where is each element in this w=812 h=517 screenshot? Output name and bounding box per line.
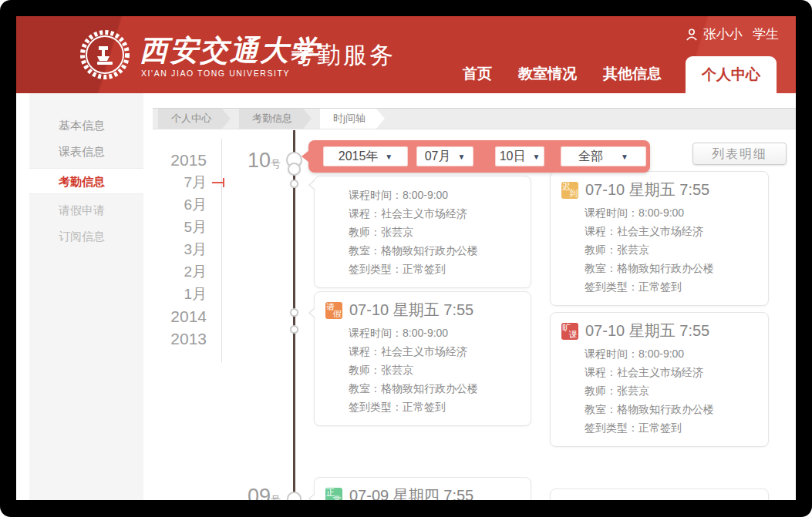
- badge-char: 常: [333, 495, 342, 501]
- card-connector: [310, 307, 316, 318]
- sidebar-item-考勤信息[interactable]: 考勤信息: [29, 168, 143, 194]
- yearnav-item-2013[interactable]: 2013: [157, 327, 216, 350]
- yearnav-item-6月[interactable]: 6月: [157, 193, 216, 216]
- filter-dropdown-2015年[interactable]: 2015年▼: [323, 146, 408, 166]
- card-detail-line: 教师：张芸京: [349, 223, 520, 241]
- year-nav-rule: [221, 139, 222, 362]
- breadcrumb-item[interactable]: 时j间轴: [320, 109, 385, 129]
- dropdown-value: 10日: [500, 149, 526, 165]
- badge-char: 假: [333, 310, 342, 318]
- card-detail-line: 课程时间：8:00-9:00: [349, 324, 520, 342]
- person-icon: [686, 29, 698, 41]
- nav-item-个人中心[interactable]: 个人中心: [686, 56, 777, 93]
- card-detail-line: 签到类型：正常签到: [585, 277, 757, 296]
- yearnav-item-2月[interactable]: 2月: [157, 260, 216, 283]
- timeline-node[interactable]: [288, 163, 301, 176]
- yearnav-item-2015[interactable]: 2015: [157, 149, 216, 171]
- nav-item-其他信息[interactable]: 其他信息: [590, 64, 675, 93]
- attendance-card[interactable]: 迟到07-10 星期五 7:55课程时间：8:00-9:00课程：社会主义市场经…: [550, 171, 769, 306]
- current-month-tick: [223, 178, 224, 187]
- card-title: 07-09 星期四 7:55: [349, 485, 473, 500]
- card-detail-line: 签到类型：正常签到: [349, 398, 520, 416]
- timeline-node[interactable]: [290, 325, 298, 334]
- day-label-10: 10号: [248, 149, 280, 173]
- breadcrumb-item[interactable]: 个人中心: [158, 109, 231, 129]
- card-detail-lines: 课程时间：8:00-9:00课程：社会主义市场经济教师：张芸京教室：格物致知行政…: [561, 203, 757, 296]
- filter-bar: 2015年▼07月▼10日▼全部▼: [308, 140, 650, 173]
- user-info[interactable]: 张小小 学生: [686, 25, 779, 43]
- sidebar-item-请假申请[interactable]: 请假申请: [29, 197, 143, 223]
- attendance-card[interactable]: 请假07-10 星期五 7:55课程时间：8:00-9:00课程：社会主义市场经…: [314, 291, 531, 426]
- product-title: 考勤服务: [291, 39, 396, 72]
- status-badge-迟到: 迟到: [561, 182, 578, 199]
- status-badge-正常: 正常: [325, 488, 342, 501]
- timeline-node[interactable]: [290, 308, 298, 317]
- header: 西安交通大学 XI'AN JIAO TONG UNIVERSITY 考勤服务 张…: [16, 16, 796, 93]
- sidebar-item-基本信息[interactable]: 基本信息: [29, 112, 143, 139]
- timeline-node[interactable]: [290, 180, 298, 188]
- chevron-down-icon: ▼: [532, 153, 540, 161]
- status-badge-请假: 请假: [325, 302, 342, 319]
- card-title-row: 正常07-09 星期四 7:55: [325, 485, 520, 500]
- card-detail-line: 签到类型：正常签到: [585, 418, 757, 437]
- card-title-row: 迟到07-10 星期五 7:55: [561, 180, 757, 200]
- nav-item-教室情况[interactable]: 教室情况: [505, 64, 590, 93]
- dropdown-value: 全部: [578, 149, 603, 165]
- card-detail-line: 课程：社会主义市场经济: [585, 222, 757, 240]
- card-detail-line: 教师：张芸京: [349, 361, 520, 379]
- card-detail-line: 教室：格物致知行政办公楼: [585, 259, 757, 277]
- card-detail-lines: 课程时间：8:00-9:00课程：社会主义市场经济教师：张芸京教室：格物致知行政…: [325, 324, 520, 416]
- sidebar-item-订阅信息[interactable]: 订阅信息: [29, 223, 143, 250]
- card-title: 07-10 星期五 7:55: [585, 321, 709, 341]
- dropdown-value: 2015年: [339, 149, 379, 165]
- chevron-down-icon: ▼: [621, 153, 628, 161]
- nav-item-首页[interactable]: 首页: [450, 64, 505, 93]
- card-title: 07-10 星期五 7:55: [349, 300, 473, 321]
- sidebar: 基本信息课表信息考勤信息请假申请订阅信息: [29, 93, 143, 500]
- card-detail-line: 课程时间：8:00-9:00: [349, 186, 520, 204]
- card-detail-line: 课程时间：8:00-9:00: [585, 344, 757, 363]
- yearnav-item-3月[interactable]: 3月: [157, 238, 216, 260]
- filter-dropdown-全部[interactable]: 全部▼: [561, 146, 646, 166]
- chevron-down-icon: ▼: [457, 153, 465, 161]
- filter-dropdown-10日[interactable]: 10日▼: [495, 146, 544, 166]
- yearnav-item-7月[interactable]: 7月: [157, 171, 216, 193]
- attendance-card[interactable]: 正常07-09 星期四 7:55: [314, 477, 531, 500]
- chevron-down-icon: ▼: [385, 153, 393, 161]
- card-detail-line: 课程：社会主义市场经济: [349, 342, 520, 361]
- current-month-tick: [212, 182, 224, 183]
- yearnav-item-1月[interactable]: 1月: [157, 283, 216, 305]
- breadcrumb-item[interactable]: 考勤信息: [239, 109, 312, 129]
- sidebar-item-课表信息[interactable]: 课表信息: [29, 139, 143, 165]
- yearnav-item-5月[interactable]: 5月: [157, 216, 216, 238]
- year-month-nav: 20157月6月5月3月2月1月20142013: [157, 149, 216, 350]
- user-role: 学生: [753, 25, 779, 43]
- filter-dropdown-07月[interactable]: 07月▼: [416, 146, 473, 166]
- user-name: 张小小: [703, 25, 743, 43]
- attendance-card[interactable]: [550, 488, 769, 500]
- university-name-en: XI'AN JIAO TONG UNIVERSITY: [141, 69, 290, 78]
- card-detail-line: 课程时间：8:00-9:00: [585, 203, 757, 222]
- card-detail-line: 课程：社会主义市场经济: [585, 363, 757, 381]
- attendance-app: 西安交通大学 XI'AN JIAO TONG UNIVERSITY 考勤服务 张…: [16, 16, 796, 500]
- attendance-card[interactable]: 旷课07-10 星期五 7:55课程时间：8:00-9:00课程：社会主义市场经…: [550, 312, 769, 447]
- day-label-09: 09号: [248, 485, 280, 500]
- card-title-row: 请假07-10 星期五 7:55: [325, 300, 520, 321]
- card-detail-line: 教师：张芸京: [585, 381, 757, 400]
- card-detail-line: 教室：格物致知行政办公楼: [585, 400, 757, 418]
- timeline-node[interactable]: [287, 492, 302, 500]
- card-title: 07-10 星期五 7:55: [585, 180, 709, 200]
- university-logo: [78, 28, 132, 82]
- dropdown-value: 07月: [425, 149, 451, 165]
- yearnav-item-2014[interactable]: 2014: [157, 305, 216, 327]
- attendance-card[interactable]: 课程时间：8:00-9:00课程：社会主义市场经济教师：张芸京教室：格物致知行政…: [314, 176, 531, 288]
- card-detail-line: 教室：格物致知行政办公楼: [349, 379, 520, 398]
- status-badge-旷课: 旷课: [561, 323, 578, 340]
- card-detail-lines: 课程时间：8:00-9:00课程：社会主义市场经济教师：张芸京教室：格物致知行政…: [561, 344, 757, 437]
- card-connector: [310, 180, 316, 190]
- card-title-row: 旷课07-10 星期五 7:55: [561, 321, 757, 341]
- card-detail-line: 课程：社会主义市场经济: [349, 204, 520, 223]
- list-detail-button[interactable]: 列表明细: [692, 143, 787, 165]
- screenshot-stage: 西安交通大学 XI'AN JIAO TONG UNIVERSITY 考勤服务 张…: [0, 0, 812, 517]
- card-detail-line: 教师：张芸京: [585, 240, 757, 259]
